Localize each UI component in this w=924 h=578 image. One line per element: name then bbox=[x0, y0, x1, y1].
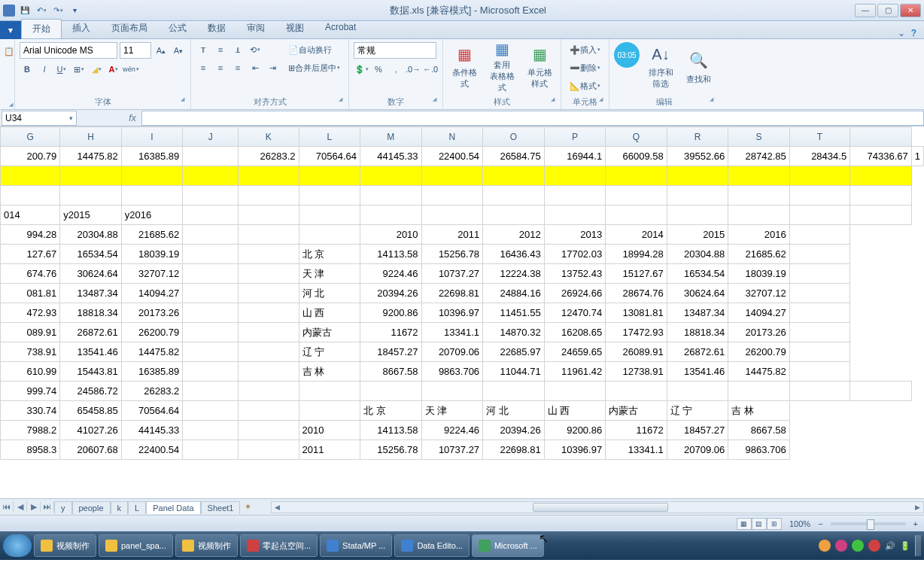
cell[interactable] bbox=[121, 166, 183, 186]
cell[interactable]: 22685.97 bbox=[483, 342, 545, 362]
restore-button[interactable]: ▢ bbox=[877, 4, 898, 17]
file-menu[interactable]: ▾ bbox=[0, 21, 21, 39]
column-header[interactable]: G bbox=[1, 127, 60, 147]
cell[interactable] bbox=[1, 186, 60, 205]
number-format-select[interactable] bbox=[354, 42, 436, 59]
sheet-tab-L[interactable]: L bbox=[128, 501, 146, 514]
cell[interactable]: 北 京 bbox=[360, 401, 422, 421]
cell[interactable] bbox=[239, 382, 299, 401]
column-header[interactable]: P bbox=[544, 127, 606, 147]
cell[interactable] bbox=[121, 186, 183, 205]
align-middle[interactable]: ≡ bbox=[213, 42, 228, 57]
column-header[interactable]: S bbox=[728, 127, 790, 147]
cell[interactable]: 辽 宁 bbox=[667, 401, 728, 421]
cell[interactable]: 24659.65 bbox=[544, 342, 606, 362]
cell[interactable] bbox=[544, 382, 606, 401]
cell[interactable]: 13341.1 bbox=[421, 323, 483, 342]
tray-icon[interactable] bbox=[868, 540, 880, 552]
cell[interactable]: 8667.58 bbox=[728, 421, 790, 440]
border-button[interactable]: ⊞▾ bbox=[71, 62, 87, 77]
sheet-next[interactable]: ▶ bbox=[27, 502, 41, 512]
cell[interactable] bbox=[299, 401, 360, 421]
ribbon-tab-6[interactable]: 视图 bbox=[275, 19, 315, 38]
cell[interactable]: 14870.32 bbox=[483, 323, 545, 342]
cell[interactable]: 26200.79 bbox=[121, 323, 183, 342]
cell[interactable]: 738.91 bbox=[1, 342, 60, 362]
cell[interactable]: 999.74 bbox=[1, 382, 60, 401]
cell[interactable]: 2011 bbox=[299, 440, 360, 460]
wrap-text-button[interactable]: 📄 自动换行 bbox=[284, 42, 336, 57]
ribbon-tab-4[interactable]: 数据 bbox=[197, 19, 236, 38]
column-header[interactable]: M bbox=[360, 127, 422, 147]
save-button[interactable]: 💾 bbox=[18, 4, 32, 17]
cell[interactable]: 70564.64 bbox=[299, 147, 360, 166]
format-cells[interactable]: 📐 格式▾ bbox=[566, 78, 604, 93]
sheet-tab-k[interactable]: k bbox=[111, 501, 129, 514]
cell[interactable] bbox=[850, 186, 912, 205]
column-header[interactable]: T bbox=[789, 127, 850, 147]
cell[interactable] bbox=[183, 362, 239, 382]
cell[interactable]: 11672 bbox=[606, 421, 667, 440]
cell[interactable] bbox=[483, 186, 545, 205]
cell[interactable] bbox=[183, 225, 239, 245]
cell[interactable]: 13487.34 bbox=[667, 303, 728, 323]
cell[interactable]: 14094.27 bbox=[728, 303, 790, 323]
insert-cells[interactable]: ➕ 插入▾ bbox=[566, 42, 604, 57]
minimize-ribbon[interactable]: ⌄ bbox=[898, 28, 905, 38]
fx-icon[interactable]: fx bbox=[123, 113, 141, 123]
cell[interactable]: 内蒙古 bbox=[299, 323, 360, 342]
cell[interactable] bbox=[850, 166, 912, 186]
cell[interactable]: 8667.58 bbox=[360, 362, 422, 382]
cell[interactable]: 24884.16 bbox=[483, 284, 545, 303]
cell[interactable] bbox=[606, 205, 667, 225]
currency-button[interactable]: 💲▾ bbox=[354, 62, 369, 77]
cell[interactable]: 14475.82 bbox=[121, 342, 183, 362]
column-header[interactable]: K bbox=[239, 127, 299, 147]
cell[interactable]: 20394.26 bbox=[483, 421, 545, 440]
cell[interactable] bbox=[183, 401, 239, 421]
minimize-button[interactable]: — bbox=[855, 4, 876, 17]
cell[interactable] bbox=[360, 382, 422, 401]
help-button[interactable]: ? bbox=[911, 28, 916, 38]
cell[interactable]: y2015 bbox=[60, 205, 122, 225]
cell[interactable]: 10396.97 bbox=[544, 440, 606, 460]
cell[interactable]: 13487.34 bbox=[60, 284, 122, 303]
cell[interactable] bbox=[667, 186, 728, 205]
cell[interactable] bbox=[789, 186, 850, 205]
cell[interactable] bbox=[183, 284, 239, 303]
cell[interactable]: 20304.88 bbox=[667, 245, 728, 264]
cell[interactable] bbox=[239, 186, 299, 205]
cell[interactable]: 17472.93 bbox=[606, 323, 667, 342]
cell[interactable]: 11672 bbox=[360, 323, 422, 342]
cell[interactable]: 9863.706 bbox=[728, 440, 790, 460]
cell[interactable] bbox=[239, 303, 299, 323]
font-name-select[interactable] bbox=[20, 42, 117, 59]
cell[interactable]: 13341.1 bbox=[606, 440, 667, 460]
cell[interactable]: 14094.27 bbox=[121, 284, 183, 303]
cell[interactable]: 014 bbox=[1, 205, 60, 225]
zoom-out[interactable]: − bbox=[818, 519, 822, 528]
cell[interactable]: 66009.58 bbox=[606, 147, 667, 166]
cell[interactable]: 15443.81 bbox=[60, 362, 122, 382]
cell[interactable] bbox=[183, 245, 239, 264]
cell[interactable] bbox=[789, 264, 850, 284]
new-sheet[interactable]: ✶ bbox=[240, 502, 256, 512]
cell[interactable]: 21685.62 bbox=[121, 225, 183, 245]
column-header[interactable]: L bbox=[299, 127, 360, 147]
cell[interactable]: 20173.26 bbox=[121, 303, 183, 323]
view-buttons[interactable]: ▦ ▤ ⊞ bbox=[737, 518, 782, 530]
column-header[interactable]: N bbox=[421, 127, 483, 147]
zoom-level[interactable]: 100% bbox=[789, 519, 810, 528]
cell[interactable]: 2016 bbox=[728, 225, 790, 245]
cell[interactable] bbox=[483, 205, 545, 225]
cell[interactable] bbox=[60, 166, 122, 186]
sheet-last[interactable]: ⏭ bbox=[41, 502, 54, 512]
delete-cells[interactable]: ➖ 删除▾ bbox=[566, 60, 604, 75]
undo-button[interactable]: ↶▾ bbox=[35, 4, 48, 17]
cell[interactable]: 9224.46 bbox=[421, 421, 483, 440]
cell[interactable]: 26872.61 bbox=[667, 342, 728, 362]
cell[interactable]: 74336.67 bbox=[850, 147, 912, 166]
cell[interactable]: 山 西 bbox=[544, 401, 606, 421]
font-color-button[interactable]: A▾ bbox=[106, 62, 121, 77]
cell[interactable]: 16385.89 bbox=[121, 147, 183, 166]
